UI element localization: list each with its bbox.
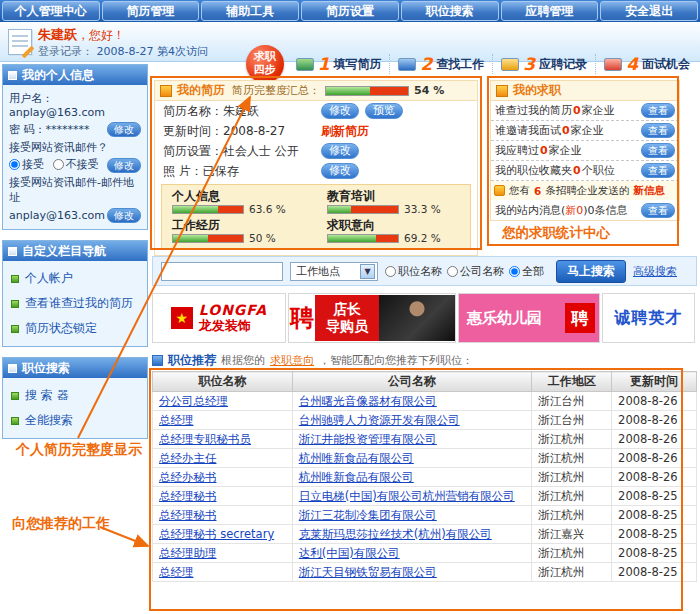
radio-company-name[interactable]: 公司名称 [447,264,504,279]
sidebar-item-who-viewed-resume[interactable]: 查看谁查过我的简历 [7,291,143,316]
position-link[interactable]: 总经理秘书 [159,489,217,503]
personal-info-panel: 我的个人信息 用户名：anplay@163.com 密 码：******** 修… [2,64,148,230]
newsletter-question: 接受网站资讯邮件？ [7,138,143,156]
greeting-suffix: ，您好！ [77,28,125,42]
position-link[interactable]: 总经理 [159,413,194,427]
resume-settings-row: 简历设置：社会人士 公开 修改 [155,141,477,161]
view-messages-button[interactable]: 查看 [641,203,675,218]
company-link[interactable]: 杭州唯新食品有限公司 [299,451,414,465]
nav-item-job-search[interactable]: 职位搜索 [401,1,499,21]
preview-resume-button[interactable]: 预览 [365,103,403,119]
step-fill-resume[interactable]: 1 填写简历 [288,54,390,74]
bullet-icon [11,275,19,283]
table-row: 总经理专职秘书员 浙江井能投资管理有限公司 浙江杭州 2008-8-26 [153,430,697,449]
position-link[interactable]: 总经理助理 [159,546,217,560]
table-row: 总经理 台州驰骋人力资源开发有限公司 浙江台州 2008-8-26 [153,411,697,430]
job-intention-link[interactable]: 求职意向 [270,353,314,368]
modify-resume-settings-button[interactable]: 修改 [321,143,359,159]
nav-item-resume-settings[interactable]: 简历设置 [301,1,399,21]
position-link[interactable]: 总经理专职秘书员 [159,432,251,446]
advanced-search-link[interactable]: 高级搜索 [633,264,677,279]
nav-item-tools[interactable]: 辅助工具 [201,1,299,21]
company-link[interactable]: 浙江井能投资管理有限公司 [299,432,437,446]
company-link[interactable]: 达利(中国)有限公司 [299,546,400,560]
search-now-button[interactable]: 马上搜索 [556,260,626,283]
search-input[interactable] [161,262,283,281]
view-applied-button[interactable]: 查看 [641,143,675,158]
position-link[interactable]: 总经理秘书 [159,508,217,522]
banner-ad-store-manager[interactable]: 聘 店长 导购员 [288,293,456,343]
company-link[interactable]: 浙江三花制冷集团有限公司 [299,508,437,522]
table-row: 分公司总经理 台州曙光音像器材有限公司 浙江台州 2008-8-26 [153,392,697,411]
view-favorites-button[interactable]: 查看 [641,163,675,178]
search-bar: 工作地点 职位名称 公司名称 全部 马上搜索 高级搜索 [152,256,697,286]
position-link[interactable]: 分公司总经理 [159,394,228,408]
sidebar: 我的个人信息 用户名：anplay@163.com 密 码：******** 修… [2,64,148,449]
ad-banners: ★ LONGFA 龙发装饰 聘 店长 导购员 惠乐幼儿园 聘 诚聘英才 [152,293,697,343]
resume-name-row: 简历名称：朱建跃 修改 预览 [155,101,477,121]
position-link[interactable]: 总经理秘书 secretary [159,527,274,541]
modify-email-button[interactable]: 修改 [107,208,141,223]
position-link[interactable]: 总经理 [159,565,194,579]
step-find-job[interactable]: 2 查找工作 [389,54,492,74]
section-personal-info: 个人信息 63.6 % [172,189,305,215]
reject-radio[interactable]: 不接受 [53,157,99,172]
position-link[interactable]: 总经办秘书 [159,470,217,484]
position-link[interactable]: 总经办主任 [159,451,217,465]
work-location-dropdown[interactable]: 工作地点 [290,262,378,281]
banner-ad-kindergarten[interactable]: 惠乐幼儿园 聘 [458,293,600,343]
bullet-icon [11,300,19,308]
radio-all[interactable]: 全部 [509,264,544,279]
modify-newsletter-button[interactable]: 修改 [107,158,141,173]
accept-radio[interactable]: 接受 [9,157,44,172]
company-link[interactable]: 杭州唯新食品有限公司 [299,470,414,484]
refresh-resume-link[interactable]: 刷新简历 [321,123,369,140]
resume-updated-row: 更新时间：2008-8-27 刷新简历 [155,121,477,141]
table-row: 总经办秘书 杭州唯新食品有限公司 浙江杭州 2008-8-26 [153,468,697,487]
radio-position-name[interactable]: 职位名称 [385,264,442,279]
company-link[interactable]: 日立电梯(中国)有限公司杭州营销有限公司 [299,489,515,503]
four-steps-badge: 求职 四步 [246,45,284,83]
jobseek-icon [496,85,508,97]
banner-ad-talent[interactable]: 诚聘英才 [602,293,695,343]
section-work-experience: 工作经历 50 % [172,218,305,244]
sidebar-item-resume-status-lock[interactable]: 简历状态锁定 [7,316,143,341]
user-name: 朱建跃 [38,27,77,42]
nav-item-application-management[interactable]: 应聘管理 [501,1,599,21]
nav-item-resume-management[interactable]: 简历管理 [102,1,200,21]
top-navigation: 个人管理中心 简历管理 辅助工具 简历设置 职位搜索 应聘管理 安全退出 [0,0,700,22]
sidebar-item-personal-account[interactable]: 个人帐户 [7,266,143,291]
custom-nav-panel: 自定义栏目导航 个人帐户 查看谁查过我的简历 简历状态锁定 [2,240,148,347]
my-resume-header: 我的简历 简历完整度汇总： 54 % [155,81,477,101]
email-row: anplay@163.com 修改 [7,206,143,224]
interview-invites-row: 谁邀请我面试 0 家企业 查看 [491,121,679,141]
company-link[interactable]: 克莱斯玛思莎拉丝技术(杭州)有限公司 [299,527,492,541]
password-row: 密 码：******** 修改 [7,120,143,138]
sidebar-item-almighty-search[interactable]: 全能搜索 [7,408,143,433]
login-record-label: 登录记录： [38,45,93,58]
nav-item-logout[interactable]: 安全退出 [600,1,698,21]
modify-password-button[interactable]: 修改 [107,122,141,137]
view-who-viewed-button[interactable]: 查看 [641,103,675,118]
ad-photo [379,295,455,341]
step-application-records[interactable]: 3 应聘记录 [492,54,595,74]
company-link[interactable]: 台州曙光音像器材有限公司 [299,394,437,408]
panel-doc-icon [8,364,17,373]
completeness-percent: 54 % [414,84,444,97]
resume-photo-row: 照 片：已保存 修改 [155,161,477,181]
jobs-icon [152,355,163,366]
company-link[interactable]: 台州驰骋人力资源开发有限公司 [299,413,460,427]
user-bar: 朱建跃，您好！ 登录记录： 2008-8-27 第4次访问 求职 四步 1 填写… [0,22,700,62]
bullet-icon [11,325,19,333]
my-jobseek-panel: 我的求职 谁查过我的简历 0 家企业 查看 谁邀请我面试 0 家企业 查看 我应… [490,80,680,221]
modify-photo-button[interactable]: 修改 [321,163,359,179]
completeness-bar [325,86,409,96]
view-invites-button[interactable]: 查看 [641,123,675,138]
sidebar-item-searcher[interactable]: 搜 索 器 [7,383,143,408]
newsletter-options-row: 接受 不接受 修改 [7,156,143,174]
nav-item-personal-center[interactable]: 个人管理中心 [2,1,100,21]
company-link[interactable]: 浙江天目钢铁贸易有限公司 [299,565,437,579]
modify-resume-name-button[interactable]: 修改 [321,103,359,119]
step-interview-opportunities[interactable]: 4 面试机会 [595,54,698,74]
banner-ad-longfa[interactable]: ★ LONGFA 龙发装饰 [152,293,286,343]
